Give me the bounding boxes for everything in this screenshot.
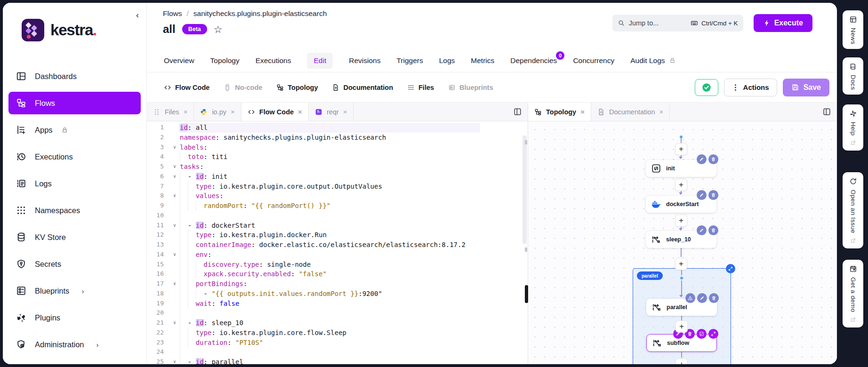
view-documentation[interactable]: Documentation xyxy=(332,84,393,91)
add-task-button[interactable]: + xyxy=(675,215,687,227)
tab-topology[interactable]: Topology xyxy=(210,56,240,65)
code-line[interactable]: 17∨portBindings: xyxy=(147,279,528,289)
code-line[interactable]: 11∨- id: dockerStart xyxy=(147,221,528,231)
code-line[interactable]: 4toto: titi xyxy=(147,152,528,162)
task-node-init[interactable]: init xyxy=(646,160,716,177)
node-del-button[interactable] xyxy=(709,293,719,303)
node-edit-button[interactable] xyxy=(697,154,707,164)
code-line[interactable]: 9randomPort: "{{ randomPort() }}" xyxy=(147,201,528,211)
close-icon[interactable]: × xyxy=(231,108,235,116)
task-node-subflow[interactable]: subflow xyxy=(646,334,717,352)
code-line[interactable]: 24 xyxy=(147,347,528,357)
scrollbar-thumb[interactable] xyxy=(522,136,527,244)
task-node-dockerstart[interactable]: dockerStart xyxy=(646,196,716,213)
fold-chevron-icon[interactable]: ∨ xyxy=(170,318,179,328)
code-line[interactable]: 13containerImage: docker.elastic.co/elas… xyxy=(147,240,528,250)
code-line[interactable]: 23duration: "PT10S" xyxy=(147,338,528,348)
actions-button[interactable]: ⋮ Actions xyxy=(724,79,777,96)
node-edit-button[interactable] xyxy=(697,225,707,235)
task-node-sleep10[interactable]: sleep_10 xyxy=(646,231,716,248)
view-no-code[interactable]: No-code xyxy=(224,84,262,91)
node-del-button[interactable] xyxy=(708,190,718,200)
split-panel-icon[interactable] xyxy=(817,103,837,121)
rail-help[interactable]: Help xyxy=(843,104,863,151)
editor-tab-flow-code[interactable]: Flow Code× xyxy=(241,103,309,121)
sidebar-item-namespaces[interactable]: Namespaces xyxy=(8,199,141,222)
sidebar-item-administration[interactable]: Administration› xyxy=(8,333,141,356)
fold-chevron-icon[interactable]: ∨ xyxy=(170,172,179,182)
code-line[interactable]: 3∨labels: xyxy=(147,143,528,152)
code-line[interactable]: 6∨- id: init xyxy=(147,172,528,182)
add-task-button[interactable]: + xyxy=(675,258,687,270)
tab-dependencies[interactable]: Dependencies0 xyxy=(510,56,557,65)
code-editor[interactable]: 1id: all2namespace: sanitychecks.plugins… xyxy=(147,121,528,364)
node-edit-button[interactable] xyxy=(697,293,707,303)
fold-chevron-icon[interactable]: ∨ xyxy=(170,250,179,260)
node-del-button[interactable] xyxy=(708,154,718,164)
close-icon[interactable]: × xyxy=(343,108,347,116)
code-line[interactable]: 7type: io.kestra.plugin.core.output.Outp… xyxy=(147,182,528,191)
code-line[interactable]: 15discovery.type: single-node xyxy=(147,260,528,270)
sidebar-item-kv-store[interactable]: KV Store xyxy=(8,226,141,248)
code-line[interactable]: 5∨tasks: xyxy=(147,162,528,172)
close-icon[interactable]: × xyxy=(580,108,585,116)
rail-open-an-issue[interactable]: Open an Issue xyxy=(843,172,863,248)
fold-chevron-icon[interactable]: ∨ xyxy=(170,221,179,231)
fold-chevron-icon[interactable]: ∨ xyxy=(170,357,179,364)
parallel-cluster[interactable]: parallel parallel + xyxy=(633,268,731,364)
tab-logs[interactable]: Logs xyxy=(439,56,455,65)
topology-canvas[interactable]: + init + dockerStart xyxy=(528,121,837,364)
sidebar-item-apps[interactable]: Apps xyxy=(8,119,141,141)
add-task-button[interactable]: + xyxy=(675,179,687,191)
sidebar-item-executions[interactable]: Executions xyxy=(8,145,141,168)
code-line[interactable]: 2namespace: sanitychecks.plugins.plugin-… xyxy=(147,133,528,143)
tab-audit-logs[interactable]: Audit Logs xyxy=(630,56,675,65)
close-icon[interactable]: × xyxy=(659,108,663,116)
node-warn-button[interactable] xyxy=(685,293,695,303)
close-icon[interactable]: × xyxy=(298,108,302,116)
tab-triggers[interactable]: Triggers xyxy=(396,56,423,65)
view-blueprints[interactable]: Blueprints xyxy=(448,84,493,91)
rail-get-a-demo[interactable]: Get a demo xyxy=(843,260,863,327)
sidebar-item-plugins[interactable]: Plugins xyxy=(8,306,141,329)
code-line[interactable]: 10 xyxy=(147,211,528,221)
editor-tab-files[interactable]: Files× xyxy=(147,103,194,121)
fold-chevron-icon[interactable]: ∨ xyxy=(170,191,179,201)
editor-tab-topology[interactable]: Topology× xyxy=(528,103,591,121)
editor-tab-documentation[interactable]: Documentation× xyxy=(591,103,670,121)
close-icon[interactable]: × xyxy=(184,108,188,116)
sidebar-item-flows[interactable]: Flows xyxy=(8,92,141,114)
sidebar-item-dashboards[interactable]: Dashboards xyxy=(8,65,141,88)
view-flow-code[interactable]: Flow Code xyxy=(164,84,209,91)
tab-edit[interactable]: Edit xyxy=(307,53,333,69)
code-line[interactable]: 22type: io.kestra.plugin.core.flow.Sleep xyxy=(147,328,528,338)
sidebar-item-settings[interactable]: Settings xyxy=(8,360,141,364)
code-line[interactable]: 12type: io.kestra.plugin.docker.Run xyxy=(147,230,528,240)
code-line[interactable]: 21∨- id: sleep_10 xyxy=(147,318,528,328)
code-line[interactable]: 14∨env: xyxy=(147,250,528,260)
execute-button[interactable]: Execute xyxy=(754,14,812,32)
add-task-button[interactable]: + xyxy=(675,143,687,155)
node-editbox-button[interactable] xyxy=(697,329,707,339)
sidebar-collapse-icon[interactable]: ‹ xyxy=(136,10,139,20)
rail-news[interactable]: News xyxy=(843,10,863,49)
code-line[interactable]: 1id: all xyxy=(147,123,528,133)
rail-docs[interactable]: Docs xyxy=(843,57,863,95)
editor-tab-reqr[interactable]: reqr× xyxy=(309,103,354,121)
code-line[interactable]: 8∨values: xyxy=(147,191,528,201)
fold-chevron-icon[interactable]: ∨ xyxy=(170,279,179,289)
save-button[interactable]: Save xyxy=(783,79,829,96)
code-line[interactable]: 19wait: false xyxy=(147,299,528,309)
kestra-logo[interactable]: kestra. xyxy=(22,19,96,41)
code-line[interactable]: 25∨- id: parallel xyxy=(147,357,528,364)
view-topology[interactable]: Topology xyxy=(276,84,318,91)
add-task-button[interactable]: + xyxy=(675,320,688,333)
sidebar-item-logs[interactable]: Logs xyxy=(8,172,141,195)
breadcrumb-current[interactable]: sanitychecks.plugins.plugin-elasticsearc… xyxy=(193,9,327,18)
tab-revisions[interactable]: Revisions xyxy=(349,56,380,65)
sidebar-item-secrets[interactable]: Secrets xyxy=(8,253,141,275)
code-line[interactable]: 18- "{{ outputs.init.values.randomPort }… xyxy=(147,289,528,299)
tab-concurrency[interactable]: Concurrency xyxy=(573,56,614,65)
tab-metrics[interactable]: Metrics xyxy=(471,56,494,65)
editor-tab-io-py[interactable]: io.py× xyxy=(194,103,241,121)
